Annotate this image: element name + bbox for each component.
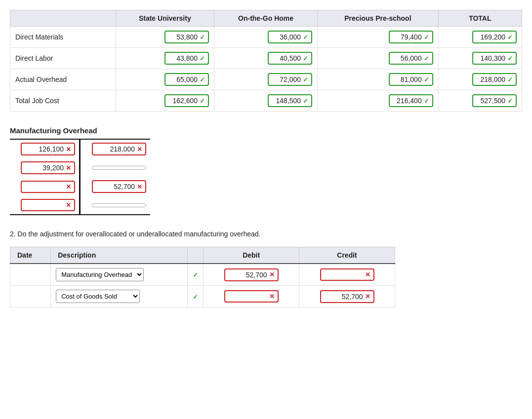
journal-col-check: [188, 247, 204, 264]
value-input-green[interactable]: 56,000 ✓: [389, 52, 433, 65]
mfg-right-cell[interactable]: 52,700 ✕: [81, 177, 150, 196]
table-row: Total Job Cost162,600 ✓148,500 ✓216,400 …: [10, 90, 522, 112]
check-icon: ✓: [303, 55, 308, 62]
mfg-overhead-ledger: 126,100 ✕218,000 ✕39,200 ✕✕52,700 ✕✕: [10, 139, 150, 215]
check-icon: ✓: [507, 76, 513, 83]
journal-row: Manufacturing Overhead✓52,700 ✕✕: [10, 264, 395, 286]
mfg-overhead-section: Manufacturing Overhead 126,100 ✕218,000 …: [10, 126, 522, 215]
value-input-green[interactable]: 81,000 ✓: [389, 73, 433, 86]
check-icon: ✓: [200, 97, 205, 105]
journal-col-description: Description: [51, 247, 188, 264]
check-icon: ✓: [200, 34, 205, 41]
check-icon: ✓: [200, 76, 205, 83]
mfg-input-red[interactable]: 52,700 ✕: [92, 180, 146, 193]
col-header-on-the-go: On-the-Go Home: [214, 10, 318, 27]
mfg-overhead-title: Manufacturing Overhead: [10, 126, 522, 135]
value-input-green[interactable]: 36,000 ✓: [268, 31, 312, 43]
mfg-left-cell[interactable]: 126,100 ✕: [10, 140, 79, 158]
journal-col-debit: Debit: [204, 247, 299, 264]
cross-icon: ✕: [137, 146, 142, 153]
mfg-input-empty[interactable]: [92, 203, 146, 207]
journal-date: [10, 264, 51, 286]
check-icon: ✓: [507, 97, 513, 105]
cross-icon: ✕: [66, 146, 71, 153]
mfg-input-red[interactable]: 126,100 ✕: [21, 143, 75, 155]
value-input-green[interactable]: 527,500 ✓: [472, 94, 517, 107]
mfg-right-cell[interactable]: [81, 196, 150, 214]
value-input-green[interactable]: 43,800 ✓: [164, 52, 209, 65]
cross-icon: ✕: [269, 293, 275, 300]
mfg-right-cell[interactable]: [81, 158, 150, 177]
journal-description[interactable]: Cost of Goods Sold: [51, 286, 188, 307]
job-cost-table: State University On-the-Go Home Precious…: [10, 10, 522, 112]
mfg-input-red[interactable]: ✕: [21, 181, 75, 193]
instruction-text: 2. Do the adjustment for overallocated o…: [10, 230, 522, 238]
cross-icon: ✕: [269, 271, 275, 278]
check-icon: ✓: [424, 55, 429, 62]
value-input-green[interactable]: 162,600 ✓: [164, 94, 209, 107]
check-icon: ✓: [424, 76, 429, 83]
journal-check: ✓: [188, 286, 204, 307]
journal-description[interactable]: Manufacturing Overhead: [51, 264, 188, 286]
debit-input[interactable]: 52,700 ✕: [224, 268, 279, 281]
col-header-state-univ: State University: [116, 10, 214, 27]
value-input-green[interactable]: 140,300 ✓: [472, 52, 517, 65]
journal-col-date: Date: [10, 247, 51, 264]
cross-icon: ✕: [66, 183, 71, 190]
cross-icon: ✕: [66, 201, 71, 209]
check-icon: ✓: [424, 34, 429, 41]
row-label: Direct Labor: [10, 48, 116, 69]
check-icon: ✓: [303, 97, 308, 105]
cross-icon: ✕: [66, 164, 71, 172]
row-label: Direct Materials: [10, 27, 116, 48]
journal-check: ✓: [188, 264, 204, 286]
row-label: Total Job Cost: [10, 90, 116, 112]
mfg-input-red[interactable]: 39,200 ✕: [21, 161, 75, 174]
check-icon: ✓: [200, 55, 205, 62]
debit-input[interactable]: ✕: [224, 290, 279, 303]
check-icon: ✓: [303, 34, 308, 41]
table-row: Actual Overhead65,000 ✓72,000 ✓81,000 ✓2…: [10, 69, 522, 90]
mfg-left-cell[interactable]: ✕: [10, 177, 79, 196]
value-input-green[interactable]: 218,000 ✓: [472, 73, 517, 86]
mfg-input-red[interactable]: ✕: [21, 199, 75, 211]
table-row: Direct Materials53,800 ✓36,000 ✓79,400 ✓…: [10, 27, 522, 48]
description-select[interactable]: Cost of Goods Sold: [56, 290, 140, 303]
mfg-left-cell[interactable]: ✕: [10, 196, 79, 214]
value-input-green[interactable]: 53,800 ✓: [164, 31, 209, 43]
check-icon: ✓: [507, 55, 513, 62]
cross-icon: ✕: [365, 293, 370, 300]
mfg-left-cell[interactable]: 39,200 ✕: [10, 158, 79, 177]
value-input-green[interactable]: 40,500 ✓: [268, 52, 312, 65]
value-input-green[interactable]: 72,000 ✓: [268, 73, 312, 86]
value-input-green[interactable]: 169,200 ✓: [472, 31, 517, 43]
check-icon: ✓: [424, 97, 429, 105]
row-label: Actual Overhead: [10, 69, 116, 90]
journal-col-credit: Credit: [299, 247, 395, 264]
mfg-input-empty[interactable]: [92, 166, 146, 170]
value-input-green[interactable]: 79,400 ✓: [389, 31, 433, 43]
col-header-blank: [10, 10, 116, 27]
value-input-green[interactable]: 65,000 ✓: [164, 73, 209, 86]
ledger-divider: [79, 140, 81, 214]
description-select[interactable]: Manufacturing Overhead: [56, 268, 144, 281]
check-icon: ✓: [303, 76, 308, 83]
cross-icon: ✕: [137, 183, 142, 190]
value-input-green[interactable]: 148,500 ✓: [268, 94, 312, 107]
mfg-input-red[interactable]: 218,000 ✕: [92, 143, 146, 155]
check-icon: ✓: [193, 271, 198, 279]
credit-input[interactable]: ✕: [320, 268, 374, 281]
credit-input[interactable]: 52,700 ✕: [320, 290, 374, 303]
mfg-right-cell[interactable]: 218,000 ✕: [81, 140, 150, 158]
journal-date: [10, 286, 51, 307]
check-icon: ✓: [193, 293, 198, 301]
journal-row: Cost of Goods Sold✓✕52,700 ✕: [10, 286, 395, 307]
table-row: Direct Labor43,800 ✓40,500 ✓56,000 ✓140,…: [10, 48, 522, 69]
value-input-green[interactable]: 216,400 ✓: [389, 94, 433, 107]
check-icon: ✓: [507, 34, 513, 41]
col-header-total: TOTAL: [438, 10, 522, 27]
col-header-precious: Precious Pre-school: [318, 10, 439, 27]
journal-table: Date Description Debit Credit Manufactur…: [10, 247, 395, 307]
cross-icon: ✕: [365, 271, 370, 278]
